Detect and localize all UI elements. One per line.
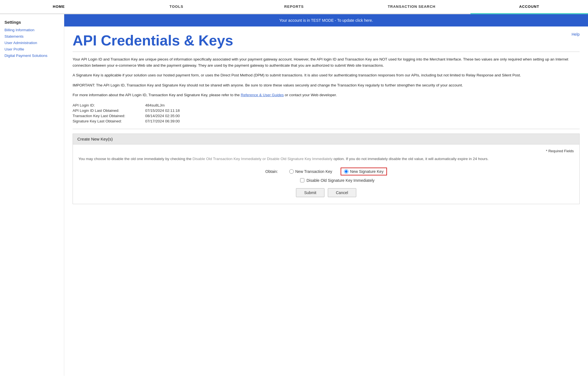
create-keys-body: * Required Fields You may choose to disa…: [73, 144, 579, 204]
disable-old-signature-row: Disable Old Signature Key Immediately: [300, 178, 375, 183]
nav-item-reports[interactable]: REPORTS: [235, 0, 353, 14]
nav-item-transaction-search[interactable]: TRANSACTION SEARCH: [353, 0, 470, 14]
obtain-row: Obtain: New Transaction Key New Signatur…: [265, 168, 387, 175]
description-4: For more information about the API Login…: [73, 92, 580, 98]
new-transaction-key-radio[interactable]: [289, 169, 294, 174]
cancel-button[interactable]: Cancel: [328, 188, 356, 197]
desc4-after: or contact your Web developer.: [284, 93, 337, 97]
disable-old-link: Disable Old Transaction Key Immediately …: [193, 157, 333, 161]
page-title-row: API Credentials & Keys Help: [73, 32, 580, 49]
description-2: A Signature Key is applicable if your so…: [73, 72, 580, 78]
page-layout: Settings Billing InformationStatementsUs…: [0, 14, 588, 376]
obtain-section: Obtain: New Transaction Key New Signatur…: [78, 168, 574, 183]
api-info-value: 07/15/2024 02:11:18: [145, 108, 180, 113]
api-info-row: API Login ID Last Obtained:07/15/2024 02…: [73, 108, 580, 113]
required-fields-label: * Required Fields: [78, 149, 574, 153]
new-signature-key-radio[interactable]: [344, 169, 348, 174]
api-info-row: Signature Key Last Obtained:07/17/2024 0…: [73, 119, 580, 123]
description-3: IMPORTANT: The API Login ID, Transaction…: [73, 82, 580, 88]
new-transaction-key-option[interactable]: New Transaction Key: [289, 169, 332, 174]
sidebar-link-user-admin[interactable]: User Administration: [4, 41, 59, 45]
title-divider: [73, 52, 580, 52]
sidebar-link-user-profile[interactable]: User Profile: [4, 47, 59, 51]
api-info-label: Transaction Key Last Obtained:: [73, 114, 145, 118]
nav-item-account[interactable]: ACCOUNT: [470, 0, 588, 14]
submit-button[interactable]: Submit: [296, 188, 324, 197]
settings-label: Settings: [4, 20, 59, 25]
disable-old-signature-label: Disable Old Signature Key Immediately: [307, 178, 375, 183]
description-1: Your API Login ID and Transaction Key ar…: [73, 56, 580, 68]
obtain-label: Obtain:: [265, 169, 278, 174]
new-transaction-key-label: New Transaction Key: [295, 169, 332, 174]
sidebar: Settings Billing InformationStatementsUs…: [0, 14, 64, 376]
new-signature-key-label: New Signature Key: [350, 169, 384, 174]
new-signature-key-option[interactable]: New Signature Key: [341, 168, 387, 175]
api-info-value: 08/14/2024 02:35:00: [145, 114, 180, 118]
api-info-label: API Login ID Last Obtained:: [73, 108, 145, 113]
reference-guides-link[interactable]: Reference & User Guides: [241, 93, 284, 97]
create-keys-header: Create New Key(s): [73, 134, 579, 144]
sidebar-link-digital-payment[interactable]: Digital Payment Solutions: [4, 54, 59, 58]
top-nav: HOMETOOLSREPORTSTRANSACTION SEARCHACCOUN…: [0, 0, 588, 14]
nav-item-tools[interactable]: TOOLS: [118, 0, 235, 14]
section-divider: [73, 129, 580, 129]
sidebar-link-billing[interactable]: Billing Information: [4, 28, 59, 32]
nav-item-home[interactable]: HOME: [0, 0, 118, 14]
page-title: API Credentials & Keys: [73, 32, 233, 49]
desc4-before: For more information about the API Login…: [73, 93, 241, 97]
disable-old-signature-checkbox[interactable]: [300, 178, 304, 182]
help-link[interactable]: Help: [572, 32, 580, 37]
api-info-label: Signature Key Last Obtained:: [73, 119, 145, 123]
api-info-label: API Login ID:: [73, 103, 145, 107]
button-row: Submit Cancel: [78, 188, 574, 197]
disable-old-before: You may choose to disable the old one im…: [78, 157, 193, 161]
api-info-row: API Login ID:484su8LJm: [73, 103, 580, 107]
api-info-value: 07/17/2024 06:39:00: [145, 119, 180, 123]
create-keys-section: Create New Key(s) * Required Fields You …: [73, 134, 580, 204]
api-info-value: 484su8LJm: [145, 103, 165, 107]
disable-old-text: You may choose to disable the old one im…: [78, 156, 574, 162]
api-info-row: Transaction Key Last Obtained:08/14/2024…: [73, 114, 580, 118]
sidebar-link-statements[interactable]: Statements: [4, 34, 59, 38]
main-content: Your account is in TEST MODE - To update…: [64, 14, 588, 376]
test-mode-banner[interactable]: Your account is in TEST MODE - To update…: [64, 14, 588, 26]
api-info-section: API Login ID:484su8LJmAPI Login ID Last …: [73, 103, 580, 123]
disable-old-after: option. If you do not immediately disabl…: [333, 157, 489, 161]
